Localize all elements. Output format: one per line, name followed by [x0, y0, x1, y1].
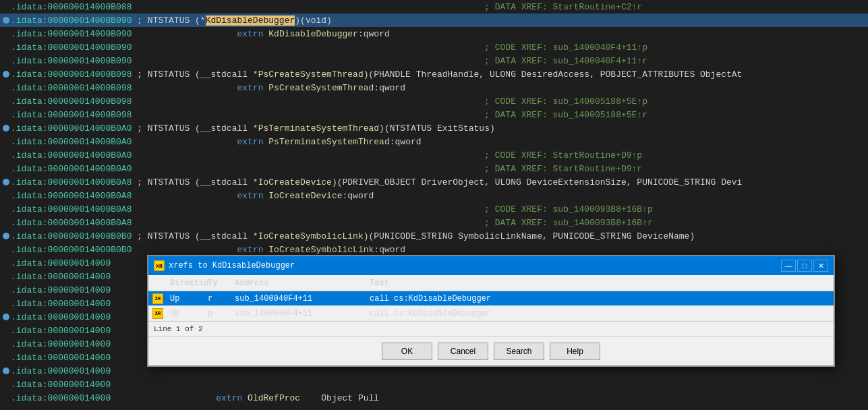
- code-line: .idata:000000014000: [0, 337, 111, 351]
- code-line: .idata:000000014000: [0, 324, 111, 337]
- code-line: .idata:000000014000B0A0 ; CODE XREF: Sta…: [0, 148, 868, 162]
- status-bar: Line 1 of 2: [148, 321, 834, 336]
- code-line: .idata:000000014000B098 extrn PsCreateSy…: [0, 81, 868, 94]
- code-line: .idata:000000014000B0A0 ; DATA XREF: Sta…: [0, 162, 868, 175]
- code-line: .idata:000000014000B0A8 ; DATA XREF: sub…: [0, 216, 868, 229]
- code-line: .idata:000000014000: [0, 256, 111, 270]
- code-line: .idata:000000014000B090 ; NTSTATUS (*KdD…: [0, 13, 868, 27]
- code-line: .idata:000000014000: [0, 378, 111, 391]
- modal-footer: OK Cancel Search Help: [148, 336, 834, 365]
- code-line: .idata:000000014000B0B0 ; NTSTATUS (__st…: [0, 229, 868, 243]
- row-icon-2: XR: [148, 308, 167, 319]
- breakpoint-dot: [3, 314, 9, 320]
- col-address-header: Address: [235, 279, 370, 288]
- breakpoint-dot: [3, 71, 9, 78]
- table-header: Directio Ty Address Text: [148, 275, 834, 291]
- code-line: .idata:000000014000B0A0 extrn PsTerminat…: [0, 135, 868, 148]
- breakpoint-dot: [3, 368, 9, 374]
- xref-icon: XR: [152, 308, 163, 319]
- code-line: .idata:000000014000B090 extrn KdDisableD…: [0, 27, 868, 40]
- status-text: Line 1 of 2: [154, 325, 203, 333]
- table-row[interactable]: XR Up r sub_1400040F4+11 call cs:KdDisab…: [148, 291, 834, 306]
- code-line: .idata:000000014000: [0, 297, 111, 310]
- search-button[interactable]: Search: [494, 343, 544, 360]
- xrefs-dialog: XR xrefs to KdDisableDebugger — □ ✕ Dire…: [147, 255, 835, 367]
- code-line: .idata:000000014000B098 ; DATA XREF: sub…: [0, 108, 868, 121]
- code-line: .idata:000000014000B0A8 extrn IoCreateDe…: [0, 189, 868, 202]
- code-line: .idata:000000014000: [0, 351, 111, 364]
- col-text-header: Text: [370, 279, 834, 288]
- help-button[interactable]: Help: [550, 343, 600, 360]
- cancel-button[interactable]: Cancel: [438, 343, 488, 360]
- row-direction-1: Up: [167, 294, 208, 303]
- window-controls: — □ ✕: [781, 260, 828, 272]
- table-row[interactable]: XR Up p sub_1400040F4+11 call cs:KdDisab…: [148, 306, 834, 321]
- code-line: .idata:000000014000B0A8 ; NTSTATUS (__st…: [0, 175, 868, 189]
- code-line: .idata:000000014000: [0, 283, 111, 297]
- row-address-2: sub_1400040F4+11: [235, 309, 370, 318]
- code-line: .idata:000000014000: [0, 270, 111, 283]
- code-line: .idata:000000014000B0A0 ; NTSTATUS (__st…: [0, 121, 868, 135]
- title-left: XR xrefs to KdDisableDebugger: [154, 260, 295, 271]
- col-direction-header: Directio: [167, 279, 208, 288]
- code-line: .idata:000000014000B098 ; CODE XREF: sub…: [0, 94, 868, 108]
- row-type-2: p: [208, 309, 235, 318]
- row-address-1: sub_1400040F4+11: [235, 294, 370, 303]
- breakpoint-dot: [3, 233, 9, 239]
- xrefs-table: XR Up r sub_1400040F4+11 call cs:KdDisab…: [148, 291, 834, 321]
- row-text-2: call cs:KdDisableDebugger: [370, 309, 834, 318]
- breakpoint-dot: [3, 179, 9, 185]
- dialog-title: xrefs to KdDisableDebugger: [169, 261, 295, 270]
- row-direction-2: Up: [167, 309, 208, 318]
- breakpoint-dot: [3, 125, 9, 131]
- row-text-1: call cs:KdDisableDebugger: [370, 294, 834, 303]
- code-line: .idata:000000014000: [0, 364, 111, 378]
- code-line: .idata:000000014000B088 ; DATA XREF: Sta…: [0, 0, 868, 13]
- dialog-icon: XR: [154, 260, 165, 271]
- row-icon-1: XR: [148, 293, 167, 304]
- xref-icon: XR: [152, 293, 163, 304]
- dialog-titlebar: XR xrefs to KdDisableDebugger — □ ✕: [148, 256, 834, 275]
- ok-button[interactable]: OK: [382, 343, 432, 360]
- code-line: .idata:000000014000B090 ; CODE XREF: sub…: [0, 40, 868, 54]
- code-line: .idata:000000014000: [0, 310, 111, 324]
- close-button[interactable]: ✕: [813, 260, 828, 272]
- col-type-header: Ty: [208, 279, 235, 288]
- code-line: .idata:000000014000B0A8 ; CODE XREF: sub…: [0, 202, 868, 216]
- row-type-1: r: [208, 294, 235, 303]
- maximize-button[interactable]: □: [797, 260, 812, 272]
- code-line: .idata:000000014000B090 ; DATA XREF: sub…: [0, 54, 868, 67]
- minimize-button[interactable]: —: [781, 260, 796, 272]
- code-line: .idata:000000014000B0B0 extrn IoCreateSy…: [0, 243, 868, 256]
- breakpoint-dot: [3, 17, 9, 24]
- code-line: .idata:000000014000B098 ; NTSTATUS (__st…: [0, 67, 868, 81]
- code-line: .idata:000000014000 extrn OldRefProc Obj…: [0, 391, 379, 405]
